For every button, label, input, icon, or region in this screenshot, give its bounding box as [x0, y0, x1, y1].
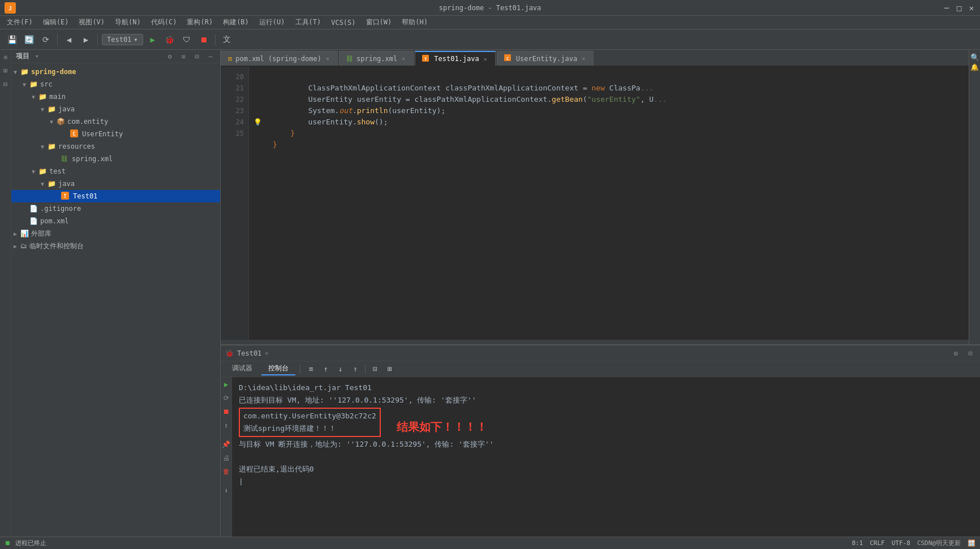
tree-item-test01[interactable]: ▶ T Test01: [11, 190, 220, 202]
menu-build[interactable]: 构建(B): [218, 16, 253, 28]
coverage-button[interactable]: 🛡: [179, 32, 194, 47]
run-config-selector[interactable]: Test01 ▾: [102, 34, 143, 45]
pin-icon[interactable]: 📌: [221, 439, 231, 449]
title-bar: J spring-dome - Test01.java ─ □ ✕: [0, 0, 980, 16]
tree-item-spring-dome[interactable]: ▼ 📁 spring-dome: [11, 66, 220, 78]
forward-button[interactable]: ▶: [79, 32, 93, 47]
tree-item-gitignore[interactable]: ▶ 📄 .gitignore: [11, 202, 220, 215]
tab-close-pom[interactable]: ✕: [325, 55, 330, 62]
tab-console[interactable]: 控制台: [261, 362, 295, 375]
stop-action-icon[interactable]: ⏹: [221, 407, 231, 417]
menu-help[interactable]: 帮助(H): [397, 16, 432, 28]
menu-code[interactable]: 代码(C): [147, 16, 182, 28]
save-button[interactable]: 💾: [5, 32, 19, 47]
hierarchy-icon[interactable]: ⊞: [1, 66, 11, 76]
translate-button[interactable]: 文: [220, 32, 234, 47]
editor-scrollbar[interactable]: [221, 340, 969, 344]
debug-button[interactable]: 🐞: [162, 32, 177, 47]
menu-window[interactable]: 窗口(W): [362, 16, 397, 28]
console-down-icon[interactable]: ↓: [334, 363, 347, 375]
project-dropdown-arrow[interactable]: ▾: [35, 53, 39, 60]
sync2-button[interactable]: ⟳: [38, 32, 53, 47]
tree-item-spring-xml[interactable]: ▶ ⛓ spring.xml: [11, 153, 220, 165]
tree-item-main[interactable]: ▼ 📁 main: [11, 90, 220, 103]
svg-text:J: J: [8, 6, 11, 11]
scroll-end-icon[interactable]: ⬇: [221, 486, 231, 496]
tab-close-test01[interactable]: ✕: [483, 55, 488, 63]
tree-item-user-entity[interactable]: ▶ C UserEntity: [11, 128, 220, 140]
line-numbers: 20 21 22 23 24 25: [221, 67, 249, 340]
tree-item-temp-files[interactable]: ▶ 🗂 临时文件和控制台: [11, 240, 220, 252]
sync-button[interactable]: 🔄: [22, 32, 36, 47]
xml-icon-spring: ⛓: [61, 155, 68, 163]
menu-tools[interactable]: 工具(T): [291, 16, 326, 28]
console-line-2: 已连接到目标 VM, 地址: ''127.0.0.1:53295', 传输: '…: [239, 394, 973, 407]
console-up-icon[interactable]: ↑: [320, 363, 332, 375]
console-layout-icon[interactable]: ⊞: [384, 363, 396, 375]
bottom-title-close[interactable]: ✕: [265, 350, 268, 356]
tab-close-user-entity[interactable]: ✕: [581, 55, 586, 62]
notifications-icon[interactable]: 🔔: [970, 62, 980, 72]
gutter-24-lightbulb[interactable]: 💡: [249, 116, 266, 128]
print-icon[interactable]: 🖨: [221, 453, 231, 463]
menu-view[interactable]: 视图(V): [74, 16, 109, 28]
tree-item-external-libs[interactable]: ▶ 📊 外部库: [11, 227, 220, 240]
menu-refactor[interactable]: 重构(R): [182, 16, 217, 28]
restore-layout-icon[interactable]: ↕: [221, 420, 231, 430]
tree-label-java: java: [58, 105, 75, 113]
menu-file[interactable]: 文件(F): [2, 16, 37, 28]
tab-label-spring: spring.xml: [356, 55, 397, 63]
maximize-button[interactable]: □: [955, 4, 963, 12]
tree-item-java[interactable]: ▼ 📁 java: [11, 103, 220, 115]
stop-button[interactable]: ⏹: [196, 32, 211, 47]
console-entity-line: com.entity.UserEntity@3b2c72c2: [243, 412, 376, 420]
encoding-indicator[interactable]: UTF-8: [892, 539, 910, 547]
clear-icon[interactable]: 🗑: [221, 466, 231, 477]
code-content[interactable]: ClassPathXmlApplicationContext classPath…: [266, 67, 969, 340]
tab-user-entity[interactable]: C UserEntity.java ✕: [497, 51, 594, 66]
bottom-layout-icon[interactable]: ⊡: [965, 348, 975, 358]
tab-debugger[interactable]: 调试器: [225, 362, 259, 375]
console-content[interactable]: D:\idea\lib\idea_rt.jar Test01 已连接到目标 VM…: [232, 377, 980, 537]
folder-icon-com-entity: 📦: [57, 118, 65, 126]
tab-spring-xml[interactable]: ⛓ spring.xml ✕: [339, 51, 414, 66]
project-options-icon[interactable]: ⊟: [192, 51, 202, 62]
tree-item-src[interactable]: ▼ 📁 src: [11, 78, 220, 90]
project-close-icon[interactable]: —: [205, 51, 216, 62]
console-filter-icon[interactable]: ≡: [305, 363, 317, 375]
menu-run[interactable]: 运行(U): [255, 16, 290, 28]
tree-arrow-spring-dome: ▼: [14, 69, 20, 75]
tab-close-spring[interactable]: ✕: [401, 55, 406, 62]
menu-vcs[interactable]: VCS(S): [326, 18, 360, 28]
project-settings-icon[interactable]: ⚙: [165, 51, 175, 62]
console-line-1: D:\idea\lib\idea_rt.jar Test01: [239, 382, 973, 394]
tree-item-com-entity[interactable]: ▼ 📦 com.entity: [11, 115, 220, 128]
run-action-icon[interactable]: ▶: [221, 379, 231, 390]
tab-pom-xml[interactable]: m pom.xml (spring-dome) ✕: [221, 51, 338, 66]
run-button[interactable]: ▶: [145, 32, 160, 47]
services-icon[interactable]: ⊟: [1, 79, 11, 89]
project-collapse-icon[interactable]: ≡: [178, 51, 188, 62]
rerun-icon[interactable]: ⟳: [221, 393, 231, 403]
back-button[interactable]: ◀: [62, 32, 76, 47]
line-ending-indicator[interactable]: CRLF: [870, 539, 885, 547]
menu-navigate[interactable]: 导航(N): [110, 16, 145, 28]
menu-edit[interactable]: 编辑(E): [38, 16, 74, 28]
tree-item-pom[interactable]: ▶ 📄 pom.xml: [11, 215, 220, 227]
structure-icon[interactable]: ≡: [1, 52, 11, 62]
search-icon[interactable]: 🔍: [970, 52, 980, 62]
line-col-indicator[interactable]: 8:1: [852, 539, 863, 547]
close-button[interactable]: ✕: [968, 4, 975, 12]
tree-item-test[interactable]: ▼ 📁 test: [11, 165, 220, 178]
console-up2-icon[interactable]: ⇑: [349, 363, 362, 375]
content-area: ≡ ⊞ ⊟ 项目 ▾ ⚙ ≡ ⊟ — ▼ 📁 spring-dom: [0, 50, 980, 537]
tab-test01[interactable]: T Test01.java ✕: [415, 51, 496, 66]
tree-item-java-test[interactable]: ▼ 📁 java: [11, 178, 220, 190]
tree-item-resources[interactable]: ▼ 📁 resources: [11, 140, 220, 153]
console-copy-icon[interactable]: ⊡: [369, 363, 381, 375]
svg-text:C: C: [73, 132, 76, 137]
minimize-button[interactable]: ─: [943, 4, 951, 12]
process-icon: ⏹: [5, 539, 11, 547]
bottom-settings-icon[interactable]: ⚙: [951, 348, 961, 358]
project-sidebar: 项目 ▾ ⚙ ≡ ⊟ — ▼ 📁 spring-dome: [11, 50, 221, 537]
